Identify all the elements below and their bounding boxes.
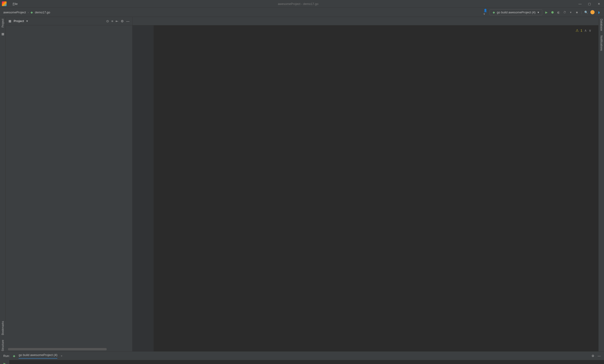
line-gutter [133, 25, 154, 351]
expand-all-icon[interactable]: ≡ [111, 19, 113, 23]
breadcrumb: awesomeProject › ◆ demo17.go [3, 11, 50, 14]
navigation-bar: awesomeProject › ◆ demo17.go 👤▾ ◆ go bui… [0, 8, 604, 17]
breadcrumb-file[interactable]: demo17.go [35, 11, 50, 14]
editor-tabs [133, 17, 598, 25]
project-view-icon[interactable]: ▦ [9, 19, 11, 23]
next-highlight-icon[interactable]: ∨ [589, 27, 591, 34]
scrollbar-thumb[interactable] [8, 348, 107, 350]
database-tool-tab[interactable]: Database [600, 19, 603, 31]
app-logo-icon [2, 1, 7, 6]
right-tool-strip: Database Notifications [598, 17, 604, 351]
title-bar: File awesomeProject - demo17.go — ▢ ✕ [0, 0, 604, 8]
stop-icon[interactable]: ■ [575, 10, 579, 14]
menu-file[interactable]: File [11, 2, 20, 6]
breadcrumb-project[interactable]: awesomeProject [3, 11, 26, 14]
settings-icon[interactable]: ⚙ [121, 19, 124, 23]
run-config-selector[interactable]: ◆ go build awesomeProject (4) ▾ [490, 9, 542, 15]
project-tool-icon[interactable]: ▦ [1, 32, 4, 36]
left-tool-strip: Project ▦ [0, 17, 6, 351]
code-editor[interactable]: ⚠ 1 ∧ ∨ [154, 25, 598, 351]
go-file-icon: ◆ [13, 354, 15, 358]
select-opened-icon[interactable]: ⊙ [106, 19, 109, 23]
coverage-icon[interactable]: ◐ [557, 10, 561, 14]
more-run-icon[interactable]: ▾ [569, 10, 573, 14]
add-user-icon[interactable]: 👤▾ [483, 10, 487, 14]
run-settings-icon[interactable]: ⚙ [591, 354, 594, 358]
rerun-icon[interactable]: ▶ [3, 362, 6, 364]
maximize-icon[interactable]: ▢ [586, 2, 593, 6]
project-panel: ▦ Project ▾ ⊙ ≡ ⇤ ⚙ — [6, 17, 133, 351]
search-icon[interactable]: 🔍 [584, 10, 588, 14]
hide-panel-icon[interactable]: — [126, 19, 129, 23]
project-tool-tab[interactable]: Project [1, 19, 4, 27]
warning-count: 1 [580, 27, 582, 34]
prev-highlight-icon[interactable]: ∧ [584, 27, 587, 34]
run-config-label: go build awesomeProject (4) [497, 11, 536, 14]
update-icon[interactable] [590, 10, 595, 14]
window-title: awesomeProject - demo17.go [20, 2, 576, 6]
close-icon[interactable]: ✕ [595, 2, 602, 6]
warning-icon: ⚠ [576, 27, 579, 34]
minimize-icon[interactable]: — [577, 2, 583, 6]
run-output[interactable] [9, 360, 604, 364]
run-icon[interactable]: ▶ [545, 10, 548, 14]
collapse-all-icon[interactable]: ⇤ [116, 19, 118, 23]
debug-icon[interactable]: ⬢ [551, 10, 554, 14]
ide-settings-icon[interactable]: ◗ [597, 10, 601, 14]
run-panel-config[interactable]: go build awesomeProject (4) [19, 353, 57, 359]
run-tool-window: Run: ◆ go build awesomeProject (4) × ⚙ —… [0, 351, 604, 364]
close-tab-icon[interactable]: × [61, 354, 63, 358]
bookmarks-tool-tab[interactable]: Bookmarks [1, 321, 4, 335]
hide-run-icon[interactable]: — [598, 354, 601, 358]
notifications-tool-tab[interactable]: Notifications [600, 36, 603, 51]
project-panel-title: Project [14, 19, 24, 23]
inspection-widget[interactable]: ⚠ 1 ∧ ∨ [576, 27, 591, 34]
go-file-icon: ◆ [31, 11, 33, 14]
run-panel-label: Run: [3, 354, 10, 358]
structure-tool-tab[interactable]: Structure [1, 340, 4, 351]
project-dropdown-icon[interactable]: ▾ [26, 19, 28, 23]
profile-icon[interactable]: ⏱ [563, 10, 567, 14]
